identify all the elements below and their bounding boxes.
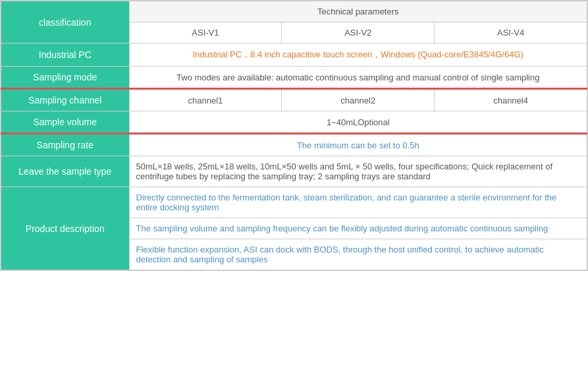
sampling-mode-row: Sampling mode Two modes are available: a… <box>1 67 587 89</box>
product-desc-content-3: Flexible function expansion, ASI can doc… <box>129 239 587 270</box>
sample-type-content: 50mL×18 wells, 25mL×18 wells, 10mL×50 we… <box>129 156 587 187</box>
sample-volume-label: Sample volume <box>1 111 130 134</box>
col-header-v1: ASI-V1 <box>129 22 282 44</box>
sampling-channel-label: Sampling channel <box>1 89 130 111</box>
sampling-channel-v1: channel1 <box>129 89 282 111</box>
sampling-rate-content: The minimum can be set to 0.5h <box>129 134 587 156</box>
sampling-mode-label: Sampling mode <box>1 67 130 89</box>
industrial-pc-label: Industrial PC <box>1 44 130 67</box>
tech-param-header: Technical parameters <box>129 1 587 22</box>
main-table-wrapper: classification Technical parameters ASI-… <box>0 0 588 271</box>
product-desc-content-2: The sampling volume and sampling frequen… <box>129 218 587 239</box>
tech-param-row: classification Technical parameters <box>1 1 587 22</box>
sampling-channel-v4: channel4 <box>435 89 587 111</box>
industrial-pc-row: Industrial PC Industrial PC，8.4 inch cap… <box>1 44 587 67</box>
product-desc-content-1: Directly connected to the fermentation t… <box>129 187 587 218</box>
col-header-v4: ASI-V4 <box>435 22 587 44</box>
sampling-rate-row: Sampling rate The minimum can be set to … <box>1 134 587 156</box>
industrial-pc-content: Industrial PC，8.4 inch capacitive touch … <box>129 44 587 67</box>
sample-volume-row: Sample volume 1~40mLOptional <box>1 111 587 134</box>
sample-volume-content: 1~40mLOptional <box>129 111 587 134</box>
sampling-channel-v2: channel2 <box>282 89 435 111</box>
sampling-mode-content: Two modes are available: automatic conti… <box>129 67 587 89</box>
product-desc-label: Product description <box>1 187 130 270</box>
col-header-v2: ASI-V2 <box>282 22 435 44</box>
sample-type-label: Leave the sample type <box>1 156 130 187</box>
sampling-channel-row: Sampling channel channel1 channel2 chann… <box>1 89 587 111</box>
sampling-rate-label: Sampling rate <box>1 134 130 156</box>
classification-label: classification <box>1 1 130 44</box>
sample-type-row: Leave the sample type 50mL×18 wells, 25m… <box>1 156 587 187</box>
product-desc-row-1: Product description Directly connected t… <box>1 187 587 218</box>
